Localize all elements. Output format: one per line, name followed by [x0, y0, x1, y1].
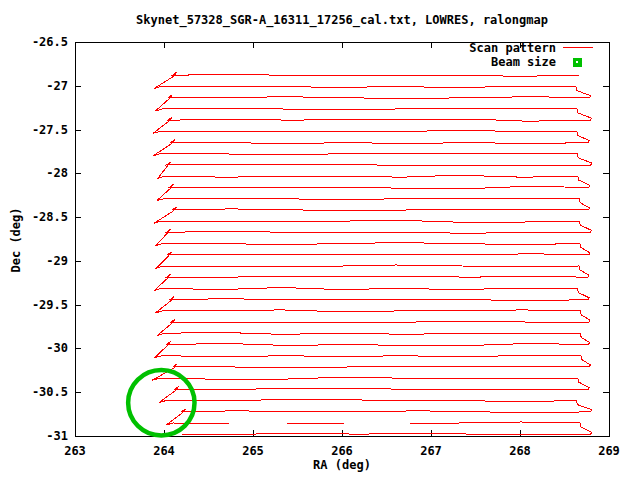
y-tick-label: -30.5: [0, 385, 68, 399]
y-tick-label: -30: [0, 341, 68, 355]
x-tick-label: 265: [242, 444, 264, 458]
y-tick-label: -29.5: [0, 298, 68, 312]
y-tick-label: -27.5: [0, 123, 68, 137]
x-tick-label: 263: [64, 444, 86, 458]
x-tick-label: 266: [331, 444, 353, 458]
beam-size-circle: [128, 370, 194, 435]
legend-beam-marker-center-dot: [576, 61, 578, 63]
y-tick-label: -27: [0, 79, 68, 93]
plot-canvas: [0, 0, 640, 480]
gnuplot-chart-window: Skynet_57328_SGR-A_16311_17256_cal.txt, …: [0, 0, 640, 480]
legend-label-beam-size: Beam size: [356, 55, 556, 69]
y-tick-label: -28.5: [0, 210, 68, 224]
y-tick-label: -31: [0, 429, 68, 443]
y-tick-label: -28: [0, 166, 68, 180]
x-tick-label: 269: [598, 444, 620, 458]
y-tick-label: -29: [0, 254, 68, 268]
chart-title: Skynet_57328_SGR-A_16311_17256_cal.txt, …: [136, 13, 548, 27]
y-tick-label: -26.5: [0, 35, 68, 49]
legend-label-scan-pattern: Scan pattern: [356, 41, 556, 55]
scan-pattern-path: [152, 72, 592, 434]
x-tick-label: 264: [153, 444, 175, 458]
x-axis-label: RA (deg): [313, 458, 371, 472]
x-tick-label: 267: [420, 444, 442, 458]
x-tick-label: 268: [509, 444, 531, 458]
